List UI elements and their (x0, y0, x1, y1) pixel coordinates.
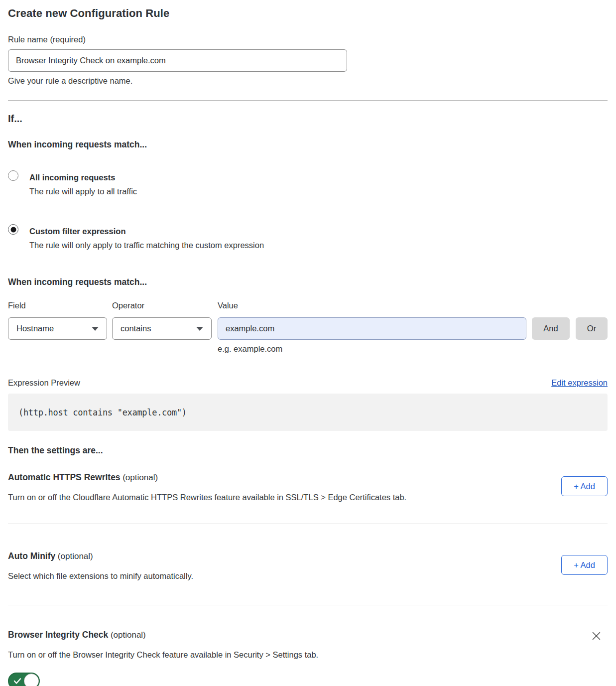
setting-title: Browser Integrity Check (8, 630, 108, 640)
field-select[interactable]: Hostname (8, 317, 107, 340)
setting-optional-tag: (optional) (58, 551, 93, 561)
value-label: Value (218, 301, 526, 310)
setting-title: Automatic HTTPS Rewrites (8, 472, 121, 482)
setting-divider (8, 605, 608, 605)
toggle-knob[interactable] (24, 674, 39, 686)
rule-name-input[interactable] (8, 49, 347, 72)
operator-select[interactable]: contains (112, 317, 212, 340)
setting-description: Turn on or off the Browser Integrity Che… (8, 650, 318, 660)
settings-heading: Then the settings are... (8, 445, 608, 456)
expression-builder-heading: When incoming requests match... (8, 277, 608, 287)
expression-code: (http.host contains "example.com") (18, 408, 187, 417)
section-divider (8, 100, 608, 101)
operator-label: Operator (112, 301, 212, 310)
if-heading: If... (8, 113, 608, 125)
close-icon (591, 631, 602, 641)
remove-setting-button[interactable] (591, 631, 602, 641)
setting-title: Auto Minify (8, 551, 55, 561)
field-selected-value: Hostname (16, 324, 54, 333)
setting-browser-integrity-check: Browser Integrity Check (optional) Turn … (8, 630, 608, 686)
chevron-down-icon (92, 327, 99, 331)
setting-optional-tag: (optional) (123, 473, 158, 482)
radio-label: All incoming requests (29, 173, 115, 182)
expression-builder-row: Field Hostname Operator contains Value e… (8, 301, 608, 354)
setting-description: Turn on or off the Cloudflare Automatic … (8, 492, 406, 502)
setting-description: Select which file extensions to minify a… (8, 571, 193, 581)
or-button[interactable]: Or (576, 317, 608, 340)
rule-name-label: Rule name (required) (8, 35, 608, 44)
radio-description: The rule will apply to all traffic (29, 187, 137, 196)
add-auto-minify-button[interactable]: + Add (561, 555, 608, 575)
rule-name-help: Give your rule a descriptive name. (8, 76, 608, 86)
operator-selected-value: contains (121, 324, 151, 333)
radio-description: The rule will only apply to traffic matc… (29, 241, 264, 250)
setting-auto-minify: Auto Minify (optional) Select which file… (8, 551, 608, 581)
expression-preview-label: Expression Preview (8, 378, 80, 388)
field-label: Field (8, 301, 107, 310)
browser-integrity-check-toggle[interactable] (8, 673, 40, 686)
and-button[interactable]: And (532, 317, 570, 340)
value-hint: e.g. example.com (218, 344, 526, 354)
radio-icon[interactable] (8, 170, 18, 181)
edit-expression-link[interactable]: Edit expression (551, 378, 608, 388)
create-configuration-rule-page: Create new Configuration Rule Rule name … (0, 0, 616, 686)
radio-icon[interactable] (8, 224, 18, 235)
setting-divider (8, 524, 608, 524)
chevron-down-icon (196, 327, 203, 331)
expression-preview-box: (http.host contains "example.com") (8, 394, 608, 431)
setting-automatic-https-rewrites: Automatic HTTPS Rewrites (optional) Turn… (8, 472, 608, 502)
radio-label: Custom filter expression (29, 227, 125, 236)
match-heading: When incoming requests match... (8, 139, 608, 150)
check-icon (13, 678, 21, 685)
add-automatic-https-rewrites-button[interactable]: + Add (561, 476, 608, 496)
value-input[interactable] (218, 317, 526, 340)
setting-optional-tag: (optional) (111, 630, 146, 640)
radio-all-incoming-requests[interactable]: All incoming requests The rule will appl… (8, 170, 608, 198)
request-match-radio-group: All incoming requests The rule will appl… (8, 170, 608, 252)
page-title: Create new Configuration Rule (8, 7, 608, 20)
radio-custom-filter-expression[interactable]: Custom filter expression The rule will o… (8, 224, 608, 252)
